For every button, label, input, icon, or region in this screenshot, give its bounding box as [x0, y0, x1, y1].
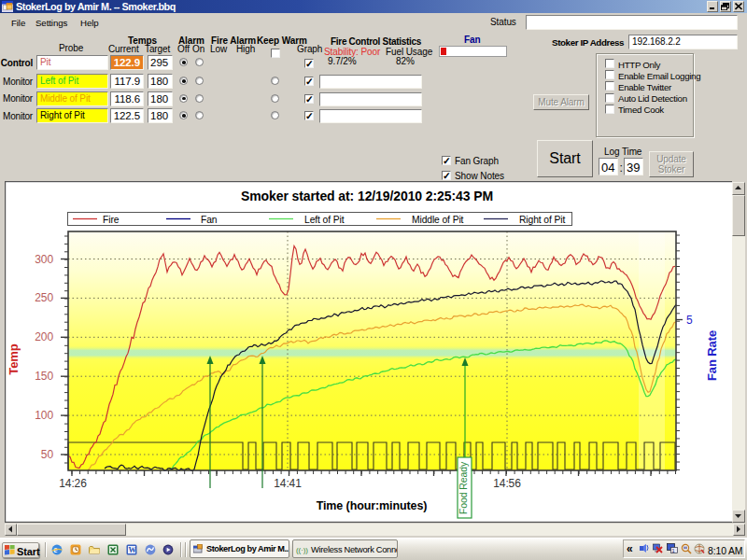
svg-text:Left of Pit: Left of Pit: [304, 215, 345, 225]
svg-text:Temp: Temp: [7, 343, 21, 374]
svg-text:14:41: 14:41: [274, 477, 302, 490]
svg-text:Middle of Pit: Middle of Pit: [412, 215, 464, 225]
svg-text:14:56: 14:56: [493, 477, 521, 490]
svg-text:Fire: Fire: [103, 215, 120, 225]
svg-text:Smoker started at: 12/19/2010: Smoker started at: 12/19/2010 2:25:43 PM: [241, 189, 493, 203]
svg-text:W: W: [128, 545, 136, 554]
svg-text:100: 100: [35, 409, 53, 422]
svg-text:150: 150: [35, 370, 53, 383]
svg-text:Fan Rate: Fan Rate: [705, 330, 719, 381]
svg-text:14:26: 14:26: [59, 477, 87, 490]
svg-text:1: 1: [672, 548, 675, 553]
svg-text:5: 5: [686, 314, 693, 327]
svg-text:250: 250: [35, 291, 53, 304]
svg-text:Right of Pit: Right of Pit: [519, 215, 565, 225]
svg-text:Time (hour:minutes): Time (hour:minutes): [317, 499, 428, 512]
svg-text:((·)): ((·)): [296, 546, 308, 554]
svg-text:Fan: Fan: [201, 215, 218, 225]
svg-text:Food Ready: Food Ready: [458, 461, 469, 514]
svg-text:300: 300: [35, 253, 53, 266]
svg-text:50: 50: [41, 448, 54, 461]
svg-text:200: 200: [35, 330, 53, 343]
